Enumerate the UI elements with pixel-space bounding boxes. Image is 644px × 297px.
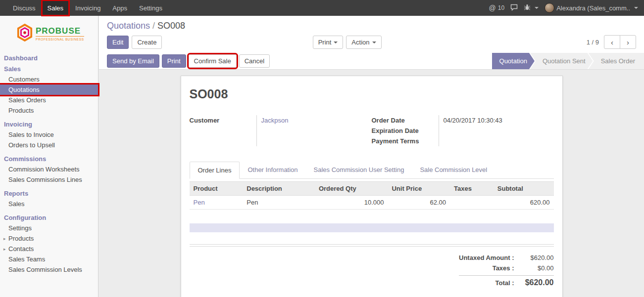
expiration-date-label: Expiration Date [372,126,439,136]
order-date-label: Order Date [372,115,439,126]
topbar: Discuss Sales Invoicing Apps Settings @ … [0,0,644,16]
pager: 1 / 9 ‹ › [587,35,636,49]
breadcrumb-separator: / [152,21,155,31]
action-menu-button[interactable]: Action [346,36,381,49]
menu-discuss[interactable]: Discuss [7,0,42,16]
sidebar-item-contacts[interactable]: ▸Contacts [0,244,98,254]
sidebar-item-customers[interactable]: Customers [0,74,98,85]
sidebar-item-reports-sales[interactable]: Sales [0,199,98,209]
order-date-value: 04/20/2017 10:30:43 [439,115,554,126]
sidebar-item-quotations[interactable]: Quotations [0,85,98,95]
sidebar-item-sales-commission-levels[interactable]: Sales Commission Levels [0,264,98,275]
probuse-logo-icon [17,24,33,43]
sidebar-heading-sales[interactable]: Sales [0,63,98,74]
chevron-down-icon [535,7,539,9]
cell-unit-price: 62.00 [388,196,450,210]
order-line-row[interactable]: Pen Pen 10.000 62.00 620.00 [190,196,554,210]
probuse-logo[interactable]: PROBUSE PROFESSIONAL BUSINESS [0,16,98,49]
statusbar-step-sales-order[interactable]: Sales Order [589,53,644,69]
chevron-down-icon [372,42,376,43]
sidebar-item-orders-to-upsell[interactable]: Orders to Upsell [0,140,98,150]
chevron-left-icon: ‹ [611,38,613,46]
breadcrumb: Quotations/SO008 [99,20,644,33]
edit-button[interactable]: Edit [107,36,129,49]
cell-description: Pen [243,196,315,210]
customer-value[interactable]: Jackpson [256,115,372,146]
sidebar-item-sales-to-invoice[interactable]: Sales to Invoice [0,129,98,140]
menu-settings[interactable]: Settings [133,0,168,16]
notebook-tabs: Order Lines Other Information Sales Comm… [190,161,554,179]
sidebar-heading-invoicing: Invoicing [0,119,98,129]
user-menu[interactable]: Alexandra (Sales_comm.. [545,3,638,13]
topbar-menus: Discuss Sales Invoicing Apps Settings [0,0,168,16]
payment-terms-value [439,136,554,146]
activities-menu[interactable]: @ 10 [489,4,505,12]
control-panel-buttons-row: Edit Create Print Action 1 / 9 ‹ › [99,33,644,49]
total-label: Total : [495,279,514,287]
cell-ordered-qty: 10.000 [315,196,388,210]
messages-menu[interactable] [510,4,518,12]
print-button[interactable]: Print [162,54,186,68]
cell-taxes [450,196,494,210]
chevron-down-icon [334,42,338,43]
document-title: SO008 [190,87,554,101]
main-area: Quotations/SO008 Edit Create Print Actio… [99,16,644,297]
expand-caret-icon: ▸ [3,236,6,242]
pager-counter: 1 / 9 [587,39,599,46]
menu-invoicing[interactable]: Invoicing [69,0,106,16]
menu-apps[interactable]: Apps [106,0,133,16]
tab-order-lines[interactable]: Order Lines [190,162,240,179]
pager-previous-button[interactable]: ‹ [604,35,620,49]
totals-block: Untaxed Amount : $620.00 Taxes : $0.00 T… [459,253,554,289]
sidebar-heading-configuration: Configuration [0,212,98,223]
notes-field[interactable] [190,223,554,232]
form-view: SO008 Customer Jackpson Order Date 04/20… [99,70,644,297]
sidebar-nav: Dashboard Sales Customers Quotations Sal… [0,49,98,275]
logo-tagline: PROFESSIONAL BUSINESS [36,36,84,41]
expand-caret-icon: ▸ [3,246,6,253]
sidebar-item-sales-commissions-lines[interactable]: Sales Commissions Lines [0,174,98,185]
sidebar-item-commission-worksheets[interactable]: Commission Worksheets [0,164,98,174]
tab-sale-commission-level[interactable]: Sale Commission Level [412,162,495,179]
tab-other-information[interactable]: Other Information [240,162,305,179]
bug-icon [524,4,531,12]
statusbar-step-quotation-sent[interactable]: Quotation Sent [530,53,593,69]
sidebar-item-label: Products [8,235,34,242]
print-menu-button[interactable]: Print [313,36,344,49]
menu-sales[interactable]: Sales [42,0,70,16]
sidebar-item-sales-teams[interactable]: Sales Teams [0,254,98,264]
col-unit-price: Unit Price [388,182,450,196]
order-lines-header-row: Product Description Ordered Qty Unit Pri… [190,182,554,196]
sidebar-item-settings[interactable]: Settings [0,223,98,233]
statusbar: Quotation Quotation Sent Sales Order [492,53,644,69]
taxes-value: $0.00 [522,264,554,272]
debug-menu[interactable] [524,4,539,12]
avatar [545,3,554,13]
sidebar-heading-commissions: Commissions [0,153,98,164]
col-description: Description [243,182,315,196]
topbar-right: @ 10 Alexandra (Sales_comm.. [489,0,644,16]
confirm-sale-button[interactable]: Confirm Sale [189,54,237,68]
statusbar-step-quotation[interactable]: Quotation [492,53,535,69]
activities-count: 10 [498,4,504,11]
cancel-button[interactable]: Cancel [239,54,270,68]
sidebar-item-sales-orders[interactable]: Sales Orders [0,95,98,105]
sidebar-item-label: Contacts [8,245,34,253]
breadcrumb-parent[interactable]: Quotations [107,21,150,31]
tab-sales-commission-user-setting[interactable]: Sales Commission User Setting [306,162,412,179]
order-lines-table: Product Description Ordered Qty Unit Pri… [190,181,554,210]
logo-brand: PROBUSE [36,27,84,36]
send-by-email-button[interactable]: Send by Email [107,54,159,68]
col-subtotal: Subtotal [494,182,554,196]
col-taxes: Taxes [450,182,494,196]
untaxed-amount-value: $620.00 [522,254,554,261]
sidebar-heading-dashboard[interactable]: Dashboard [0,52,98,63]
cell-product: Pen [190,196,243,210]
cell-subtotal: 620.00 [494,196,554,210]
sidebar-item-config-products[interactable]: ▸Products [0,233,98,244]
print-menu-label: Print [318,39,332,46]
create-button[interactable]: Create [132,36,162,49]
chevron-right-icon: › [627,38,629,46]
pager-next-button[interactable]: › [620,35,636,49]
sidebar-item-products[interactable]: Products [0,105,98,116]
